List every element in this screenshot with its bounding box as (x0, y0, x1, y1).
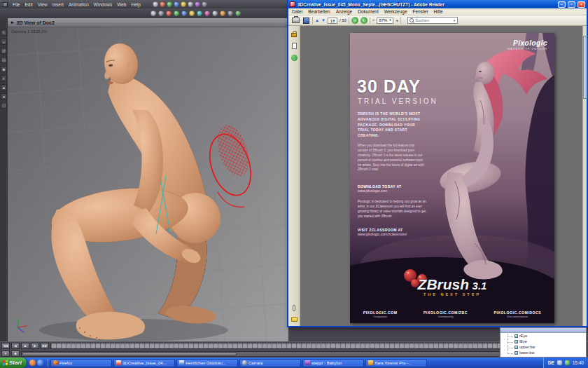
save-icon[interactable] (302, 17, 310, 25)
hierarchy-panel-header[interactable] (500, 328, 586, 333)
comments-icon[interactable] (291, 317, 298, 322)
tool-sphere-icon[interactable] (235, 11, 241, 16)
menu-web[interactable]: Web (117, 2, 126, 7)
menu-view[interactable]: View (38, 2, 48, 7)
menu-file[interactable]: File (13, 2, 20, 7)
zoom-level-select[interactable]: 67%▼ (377, 18, 393, 24)
tray-app-icon[interactable] (565, 360, 570, 365)
how-to-icon[interactable]: → (291, 55, 298, 61)
tool-sphere-icon[interactable] (227, 11, 233, 16)
tool-sphere-icon[interactable] (160, 1, 165, 7)
volume-icon[interactable] (557, 360, 562, 365)
play-button[interactable]: ▶ (31, 343, 39, 349)
menu-bearbeiten[interactable]: Bearbeiten (308, 9, 330, 14)
print-icon[interactable] (291, 17, 300, 25)
tool-sphere-icon[interactable] (188, 1, 193, 7)
tool-sphere-icon[interactable] (174, 11, 179, 16)
tool-sphere-icon[interactable] (166, 11, 172, 16)
fast-forward-button[interactable]: ▶▶ (41, 343, 49, 349)
page-number-field[interactable]: 18 (328, 18, 337, 24)
menu-windows[interactable]: Windows (94, 2, 112, 7)
menu-hilfe[interactable]: Hilfe (434, 9, 443, 14)
zclassroom-link[interactable]: www.pixologic.com/zclassroom/ (358, 232, 407, 236)
tool-sphere-icon[interactable] (181, 11, 187, 16)
tool-sphere-icon[interactable] (197, 11, 202, 16)
pdf-titlebar[interactable]: 3DCreative_Issue_045_Mono_Septe...(GESCH… (288, 0, 587, 8)
close-button[interactable]: × (578, 1, 585, 8)
app-icon[interactable] (3, 2, 8, 7)
zoom-out-icon[interactable]: − (372, 18, 375, 22)
next-view-icon[interactable]: ↻ (360, 17, 368, 24)
stop-button[interactable]: ■ (21, 343, 29, 349)
footer-corporate[interactable]: PIXOLOGIC.COM Corporate (363, 311, 398, 318)
tool-sphere-icon[interactable] (174, 1, 179, 7)
footer-documentation[interactable]: PIXOLOGIC.COM/DOCS Documentation (493, 311, 541, 318)
step-back-button[interactable]: ◀ (11, 343, 20, 349)
tool-sphere-icon[interactable] (204, 11, 210, 16)
timeline-hscroll-thumb[interactable] (22, 353, 237, 355)
menu-insert[interactable]: Insert (52, 2, 64, 7)
dot-tool-icon[interactable]: ● (1, 93, 7, 100)
page-down-icon[interactable]: ▼ (321, 18, 326, 22)
keyframe-icon[interactable]: ◆ (11, 350, 20, 357)
menu-fenster[interactable]: Fenster (413, 9, 428, 14)
task-button-herzlichen[interactable]: Herzlichen Glückwu... (176, 359, 238, 367)
tool-sphere-icon[interactable] (158, 11, 164, 16)
pages-panel-icon[interactable] (292, 43, 297, 49)
3d-scene-render[interactable] (8, 27, 288, 341)
tool-sphere-icon[interactable] (195, 1, 200, 7)
tool-sphere-icon[interactable] (153, 1, 158, 7)
footer-community[interactable]: PIXOLOGIC.COM/ZBC Community (424, 311, 468, 318)
select-tool-icon[interactable]: ↖ (1, 29, 7, 36)
camera-tool-icon[interactable]: ▲ (1, 84, 7, 90)
pdf-vscroll-thumb[interactable] (583, 36, 587, 99)
move-tool-icon[interactable]: + (1, 39, 7, 45)
quick-launch-icon[interactable] (29, 360, 36, 366)
tray-clock[interactable]: 15:40 (573, 360, 584, 365)
pdf-document-area[interactable]: Pixologic MAKERS OF ZBRUSH 30 DAY TRIAL … (300, 26, 582, 326)
task-button-firefox[interactable]: Firefox (50, 359, 112, 367)
menu-datei[interactable]: Datei (292, 9, 302, 14)
search-input[interactable] (415, 18, 451, 22)
hierarchy-item[interactable]: lEye (500, 339, 586, 344)
rewind-button[interactable]: ◀◀ (1, 343, 10, 349)
task-button-carrara[interactable]: Carrara (239, 359, 301, 367)
viewport-expander-icon[interactable]: ▸ (11, 20, 14, 25)
3d-viewport[interactable]: Camera 1 1619.2% (8, 27, 288, 341)
attachments-icon[interactable] (293, 305, 295, 311)
menu-animation[interactable]: Animation (69, 2, 89, 7)
start-button[interactable]: Start (0, 357, 27, 368)
shade-tool-icon[interactable]: ◐ (1, 75, 7, 81)
menu-edit[interactable]: Edit (24, 2, 32, 7)
page-up-icon[interactable]: ▲ (315, 18, 319, 22)
tool-sphere-icon[interactable] (189, 11, 195, 16)
task-button-xara[interactable]: Xara Xtreme Pro -... (365, 359, 427, 367)
task-button-3dcreative[interactable]: 3DCreative_Issue_04... (113, 359, 175, 367)
frame-tool-icon[interactable]: □ (1, 102, 7, 109)
zoom-in-icon[interactable]: + (396, 18, 398, 22)
menu-dokument[interactable]: Dokument (358, 9, 379, 14)
tool-sphere-icon[interactable] (212, 11, 218, 16)
hierarchy-item[interactable]: upper.bw (500, 344, 586, 350)
hierarchy-item[interactable]: rEye (500, 333, 586, 339)
tool-sphere-icon[interactable] (167, 1, 172, 7)
download-link[interactable]: www.pixologic.com (358, 189, 402, 193)
menu-anzeige[interactable]: Anzeige (336, 9, 353, 14)
security-lock-icon[interactable] (291, 33, 297, 37)
tool-sphere-icon[interactable] (181, 1, 186, 7)
timeline-options-icon[interactable]: ▾ (1, 350, 10, 357)
tool-sphere-icon[interactable] (202, 1, 207, 7)
box-tool-icon[interactable]: ■ (1, 66, 7, 72)
hierarchy-item[interactable]: lower.bw (500, 350, 586, 355)
quick-launch-icon[interactable] (37, 360, 43, 366)
menu-help[interactable]: Help (131, 2, 140, 7)
rotate-tool-icon[interactable]: ↺ (1, 48, 7, 54)
target-tool-icon[interactable]: ◎ (1, 57, 7, 63)
timeline-ruler[interactable] (50, 343, 525, 349)
previous-view-icon[interactable]: ↺ (351, 17, 358, 24)
language-indicator[interactable]: DE (548, 360, 554, 365)
pdf-vscrollbar[interactable] (582, 26, 587, 326)
minimize-button[interactable]: – (558, 1, 566, 8)
task-button-babylon[interactable]: steppt - Babylon (302, 359, 364, 367)
search-dropdown-icon[interactable]: ▼ (453, 19, 456, 22)
